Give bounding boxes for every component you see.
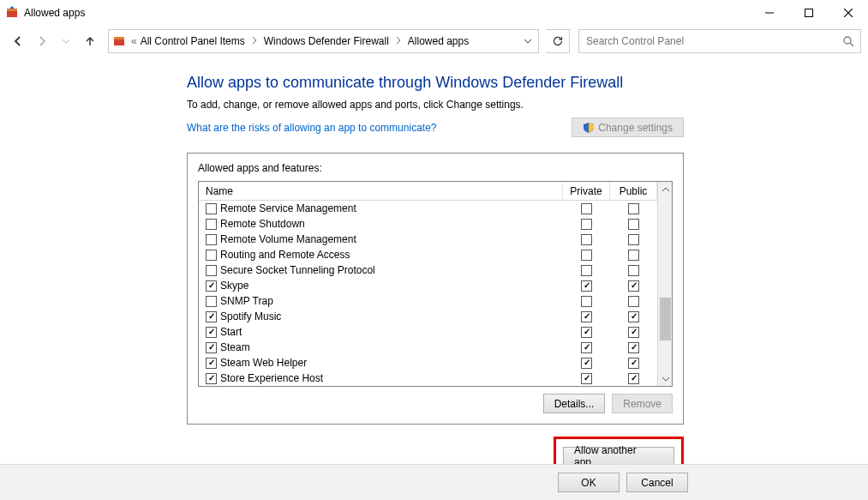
title-bar: Allowed apps — [0, 0, 868, 26]
table-row[interactable]: Skype — [199, 278, 657, 293]
row-enable-checkbox[interactable] — [206, 219, 217, 230]
search-input[interactable] — [579, 35, 836, 47]
table-row[interactable]: Spotify Music — [199, 309, 657, 324]
row-enable-checkbox[interactable] — [206, 234, 217, 245]
breadcrumb-item[interactable]: All Control Panel Items — [139, 35, 247, 47]
forward-button[interactable] — [31, 29, 53, 53]
ok-button[interactable]: OK — [558, 473, 620, 492]
change-settings-label: Change settings — [598, 122, 673, 134]
column-private[interactable]: Private — [563, 182, 610, 200]
nav-toolbar: « All Control Panel ItemsWindows Defende… — [0, 26, 868, 57]
row-public-checkbox[interactable] — [628, 342, 639, 353]
row-public-checkbox[interactable] — [628, 296, 639, 307]
firewall-app-icon — [5, 6, 19, 20]
row-enable-checkbox[interactable] — [206, 358, 217, 369]
minimize-button[interactable] — [750, 0, 789, 26]
allowed-apps-panel: Allowed apps and features: Name Private … — [187, 153, 684, 425]
row-public-checkbox[interactable] — [628, 234, 639, 245]
address-bar[interactable]: « All Control Panel ItemsWindows Defende… — [108, 29, 539, 53]
dialog-button-bar: OK Cancel — [0, 464, 868, 500]
address-dropdown-button[interactable] — [518, 37, 538, 45]
row-public-checkbox[interactable] — [628, 311, 639, 322]
table-row[interactable]: Start — [199, 324, 657, 340]
list-scrollbar[interactable] — [657, 182, 672, 386]
remove-button[interactable]: Remove — [612, 394, 673, 413]
row-public-checkbox[interactable] — [628, 265, 639, 276]
row-name-label: Steam Web Helper — [220, 357, 307, 369]
row-public-checkbox[interactable] — [628, 280, 639, 292]
table-row[interactable]: Remote Shutdown — [199, 216, 657, 232]
maximize-button[interactable] — [789, 0, 829, 26]
cancel-button[interactable]: Cancel — [626, 473, 688, 492]
close-button[interactable] — [829, 0, 868, 26]
scroll-down-button[interactable] — [658, 371, 673, 386]
column-name[interactable]: Name — [199, 182, 563, 200]
row-private-checkbox[interactable] — [581, 296, 592, 307]
table-row[interactable]: Remote Volume Management — [199, 232, 657, 247]
row-enable-checkbox[interactable] — [206, 311, 217, 322]
row-public-checkbox[interactable] — [628, 327, 639, 338]
row-enable-checkbox[interactable] — [206, 265, 217, 276]
row-enable-checkbox[interactable] — [206, 280, 217, 292]
table-row[interactable]: Remote Service Management — [199, 201, 657, 216]
scroll-thumb[interactable] — [660, 298, 671, 340]
row-name-label: Skype — [220, 280, 248, 292]
chevron-right-icon — [391, 36, 406, 45]
row-name-label: Routing and Remote Access — [220, 249, 350, 261]
row-private-checkbox[interactable] — [581, 342, 592, 353]
table-row[interactable]: Steam — [199, 340, 657, 355]
breadcrumb-item[interactable]: Windows Defender Firewall — [262, 35, 391, 47]
row-name-label: Secure Socket Tunneling Protocol — [220, 264, 375, 276]
allowed-apps-list[interactable]: Name Private Public Remote Service Manag… — [198, 181, 673, 387]
refresh-button[interactable] — [546, 29, 570, 53]
column-public[interactable]: Public — [610, 182, 657, 200]
table-row[interactable]: Store Experience Host — [199, 370, 657, 386]
back-button[interactable] — [7, 29, 29, 53]
scroll-up-button[interactable] — [658, 182, 673, 196]
search-box[interactable] — [578, 29, 861, 53]
row-private-checkbox[interactable] — [581, 327, 592, 338]
row-public-checkbox[interactable] — [628, 203, 639, 214]
details-button[interactable]: Details... — [543, 394, 606, 413]
row-private-checkbox[interactable] — [581, 234, 592, 245]
window-title: Allowed apps — [24, 7, 85, 19]
table-row[interactable]: Routing and Remote Access — [199, 247, 657, 262]
row-public-checkbox[interactable] — [628, 373, 639, 384]
risks-link[interactable]: What are the risks of allowing an app to… — [187, 122, 436, 134]
row-enable-checkbox[interactable] — [206, 373, 217, 384]
table-row[interactable]: Steam Web Helper — [199, 355, 657, 370]
page-subtext: To add, change, or remove allowed apps a… — [187, 99, 868, 111]
row-enable-checkbox[interactable] — [206, 342, 217, 353]
row-private-checkbox[interactable] — [581, 280, 592, 292]
chevron-right-icon — [247, 36, 262, 45]
page-heading: Allow apps to communicate through Window… — [187, 74, 868, 92]
table-row[interactable]: Secure Socket Tunneling Protocol — [199, 262, 657, 278]
row-private-checkbox[interactable] — [581, 203, 592, 214]
breadcrumb-item[interactable]: Allowed apps — [406, 35, 470, 47]
row-enable-checkbox[interactable] — [206, 250, 217, 261]
row-private-checkbox[interactable] — [581, 250, 592, 261]
row-enable-checkbox[interactable] — [206, 296, 217, 307]
row-private-checkbox[interactable] — [581, 373, 592, 384]
row-public-checkbox[interactable] — [628, 250, 639, 261]
row-name-label: Remote Volume Management — [220, 233, 356, 245]
svg-point-1 — [844, 37, 851, 44]
row-private-checkbox[interactable] — [581, 358, 592, 369]
change-settings-button[interactable]: Change settings — [572, 117, 684, 137]
row-public-checkbox[interactable] — [628, 358, 639, 369]
up-button[interactable] — [79, 29, 101, 53]
search-icon[interactable] — [836, 35, 860, 47]
row-enable-checkbox[interactable] — [206, 327, 217, 338]
recent-locations-button[interactable] — [55, 29, 77, 53]
row-public-checkbox[interactable] — [628, 219, 639, 230]
row-private-checkbox[interactable] — [581, 265, 592, 276]
breadcrumb-prefix: « — [129, 35, 139, 47]
row-private-checkbox[interactable] — [581, 311, 592, 322]
table-row[interactable]: SNMP Trap — [199, 293, 657, 309]
row-name-label: Spotify Music — [220, 310, 281, 322]
row-name-label: Start — [220, 326, 242, 338]
row-name-label: Store Experience Host — [220, 372, 323, 384]
row-name-label: Remote Shutdown — [220, 218, 305, 230]
row-private-checkbox[interactable] — [581, 219, 592, 230]
row-enable-checkbox[interactable] — [206, 203, 217, 214]
